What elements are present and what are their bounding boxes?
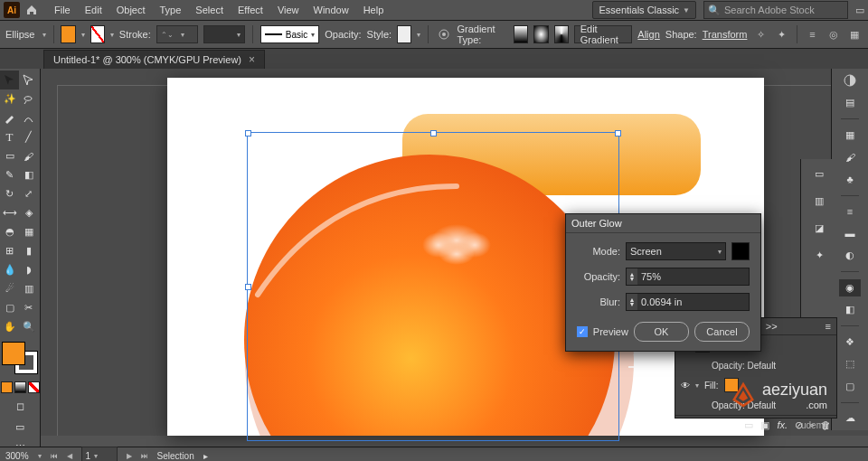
- panel-expand-icon[interactable]: >>: [766, 321, 778, 332]
- nav-prev-icon[interactable]: ◀: [67, 452, 72, 460]
- edit-gradient-button[interactable]: Edit Gradient: [574, 25, 633, 43]
- eraser-tool[interactable]: ◧: [19, 165, 38, 184]
- menu-effect[interactable]: Effect: [231, 0, 270, 20]
- pathfinder-panel-icon[interactable]: ◪: [808, 217, 830, 239]
- symbols-panel-icon[interactable]: ♣: [839, 171, 861, 188]
- opacity-input[interactable]: ▲▼75%: [626, 268, 750, 286]
- paintbrush-tool[interactable]: 🖌: [19, 146, 38, 165]
- chevron-down-icon[interactable]: ▾: [417, 31, 420, 39]
- zoom-tool[interactable]: 🔍: [19, 317, 38, 336]
- align-panel-icon[interactable]: ▥: [808, 190, 830, 212]
- panel-menu-icon[interactable]: ≡: [826, 321, 831, 332]
- menu-edit[interactable]: Edit: [78, 0, 109, 20]
- magic-wand-tool[interactable]: ✨: [0, 89, 19, 108]
- fx-icon[interactable]: fx.: [777, 419, 788, 430]
- graphic-style[interactable]: [397, 25, 411, 43]
- lasso-tool[interactable]: [19, 89, 38, 108]
- stroke-swatch-none[interactable]: [90, 25, 105, 43]
- asset-export-icon[interactable]: ⬚: [839, 356, 861, 373]
- edit-toolbar[interactable]: ⋯: [0, 437, 40, 456]
- brushes-panel-icon[interactable]: 🖌: [839, 149, 861, 166]
- chevron-down-icon[interactable]: ▾: [695, 381, 699, 390]
- layers-panel-icon[interactable]: ❖: [839, 334, 861, 351]
- variable-width-profile[interactable]: ▾: [203, 25, 245, 43]
- isolate2-icon[interactable]: ✦: [774, 24, 789, 44]
- fill-stroke-indicator[interactable]: [0, 340, 40, 376]
- gradient-tool[interactable]: ▮: [19, 241, 38, 260]
- transparency-panel-icon[interactable]: ◐: [839, 248, 861, 265]
- curvature-tool[interactable]: [19, 108, 38, 127]
- mesh-tool[interactable]: ⊞: [0, 241, 19, 260]
- properties-panel-icon[interactable]: ▭: [808, 163, 830, 184]
- eye-icon[interactable]: 👁: [681, 381, 690, 390]
- menu-help[interactable]: Help: [356, 0, 392, 20]
- chevron-down-icon[interactable]: ▾: [38, 452, 42, 460]
- more-icon[interactable]: ▦: [847, 24, 863, 44]
- recolor-icon[interactable]: [436, 24, 451, 44]
- workspace-switcher[interactable]: Essentials Classic▼: [592, 1, 696, 19]
- status-menu-icon[interactable]: ▸: [203, 451, 208, 461]
- screen-mode[interactable]: ▭: [0, 418, 40, 437]
- transform-panel-icon[interactable]: ✦: [808, 244, 830, 266]
- radial-gradient-btn[interactable]: [533, 25, 548, 43]
- align-label[interactable]: Align: [637, 29, 659, 40]
- nav-first-icon[interactable]: ⏮: [51, 452, 58, 460]
- artboard-tool[interactable]: ▢: [0, 298, 19, 317]
- gradient-mode[interactable]: [14, 381, 26, 393]
- selection-handle[interactable]: [430, 130, 437, 136]
- eyedropper-tool[interactable]: 💧: [0, 260, 19, 279]
- cancel-button[interactable]: Cancel: [694, 322, 750, 342]
- chevron-down-icon[interactable]: ▾: [81, 31, 85, 39]
- scale-tool[interactable]: ⤢: [19, 184, 38, 203]
- line-tool[interactable]: ╱: [19, 127, 38, 146]
- glow-color-swatch[interactable]: [731, 242, 750, 260]
- appearance-opacity-row[interactable]: Opacity: Default: [675, 355, 836, 375]
- mode-dropdown[interactable]: Screen▾: [626, 242, 726, 260]
- artboards-panel-icon[interactable]: ▢: [839, 378, 861, 395]
- free-transform-tool[interactable]: ◈: [19, 203, 38, 222]
- panel-btn-icon[interactable]: ▣: [760, 419, 769, 431]
- draw-normal[interactable]: ◻: [11, 397, 30, 416]
- symbol-tool[interactable]: ☄: [0, 279, 19, 298]
- chevron-down-icon[interactable]: ▾: [42, 31, 46, 39]
- color-panel-icon[interactable]: [839, 72, 861, 89]
- selection-bounding-box[interactable]: [247, 132, 619, 441]
- menu-object[interactable]: Object: [109, 0, 153, 20]
- selection-handle[interactable]: [615, 130, 621, 136]
- direct-selection-tool[interactable]: [19, 71, 38, 89]
- selection-handle[interactable]: [245, 130, 251, 136]
- stroke-weight-input[interactable]: ⌃⌄▾: [156, 25, 198, 43]
- menu-type[interactable]: Type: [153, 0, 189, 20]
- menu-view[interactable]: View: [270, 0, 307, 20]
- isolate-icon[interactable]: ✧: [752, 24, 768, 44]
- graph-tool[interactable]: ▥: [19, 279, 38, 298]
- panel-btn-icon[interactable]: ▭: [744, 419, 753, 431]
- nav-last-icon[interactable]: ⏭: [141, 452, 148, 460]
- brush-definition[interactable]: Basic▾: [260, 25, 319, 43]
- rectangle-tool[interactable]: ▭: [0, 146, 19, 165]
- close-icon[interactable]: ×: [249, 53, 255, 66]
- perspective-tool[interactable]: ▦: [19, 222, 38, 241]
- preview-label[interactable]: Preview: [593, 326, 628, 337]
- width-tool[interactable]: ⟷: [0, 203, 19, 222]
- slice-tool[interactable]: ✂: [19, 298, 38, 317]
- pen-tool[interactable]: [0, 108, 19, 127]
- linear-gradient-btn[interactable]: [514, 25, 528, 43]
- dialog-title[interactable]: Outer Glow: [566, 214, 760, 233]
- libraries-panel-icon[interactable]: ☁: [839, 409, 861, 427]
- selection-tool[interactable]: [0, 71, 19, 89]
- chevron-down-icon[interactable]: ▾: [110, 31, 114, 39]
- canvas[interactable]: Outer Glow Mode: Screen▾ Opacity: ▲▼75% …: [41, 69, 868, 436]
- menu-file[interactable]: File: [47, 0, 78, 20]
- transform-label[interactable]: Transform: [703, 29, 748, 40]
- color-mode[interactable]: [1, 381, 13, 393]
- none-mode[interactable]: [28, 381, 40, 393]
- freeform-gradient-btn[interactable]: [554, 25, 569, 43]
- hand-tool[interactable]: ✋: [0, 317, 19, 336]
- arrange-icon[interactable]: ▭: [855, 5, 864, 16]
- swatches-panel-icon[interactable]: ▦: [839, 127, 861, 144]
- shaper-tool[interactable]: ✎: [0, 165, 19, 184]
- search-input[interactable]: 🔍 Search Adobe Stock: [703, 1, 848, 19]
- nav-next-icon[interactable]: ▶: [127, 452, 132, 460]
- preview-checkbox[interactable]: ✓: [577, 326, 588, 337]
